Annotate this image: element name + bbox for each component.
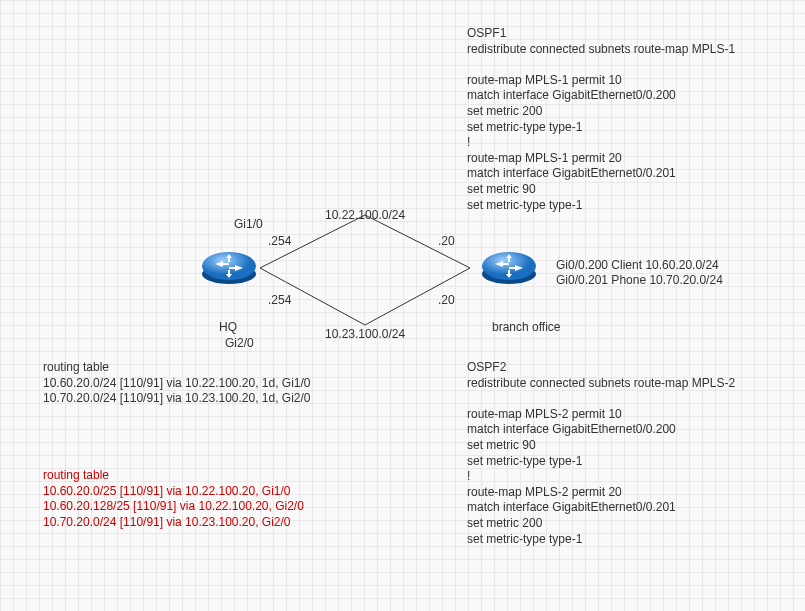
ospf1-line: set metric-type type-1 xyxy=(467,198,735,214)
ospf1-line: set metric-type type-1 xyxy=(467,120,735,136)
link-diamond-icon xyxy=(255,210,475,330)
hq-ip-top: .254 xyxy=(268,234,291,248)
ospf2-line: set metric 200 xyxy=(467,516,735,532)
routing-entry: 10.60.20.0/24 [110/91] via 10.22.100.20,… xyxy=(43,376,311,392)
ospf1-title: OSPF1 xyxy=(467,26,735,42)
subnet-bottom: 10.23.100.0/24 xyxy=(325,327,405,341)
ospf1-line: ! xyxy=(467,135,735,151)
ospf2-line: match interface GigabitEthernet0/0.201 xyxy=(467,500,735,516)
ospf1-line: match interface GigabitEthernet0/0.200 xyxy=(467,88,735,104)
routing-entry: 10.60.20.128/25 [110/91] via 10.22.100.2… xyxy=(43,499,304,515)
routing-title: routing table xyxy=(43,468,304,484)
ospf2-line: route-map MPLS-2 permit 20 xyxy=(467,485,735,501)
ospf1-line: set metric 200 xyxy=(467,104,735,120)
ospf2-line: route-map MPLS-2 permit 10 xyxy=(467,407,735,423)
ospf1-config-block: OSPF1 redistribute connected subnets rou… xyxy=(467,26,735,213)
ospf2-config-block: OSPF2 redistribute connected subnets rou… xyxy=(467,360,735,547)
hq-interface-bottom: Gi2/0 xyxy=(225,336,254,350)
ospf2-line: ! xyxy=(467,469,735,485)
subnet-top: 10.22.100.0/24 xyxy=(325,208,405,222)
routing-entry: 10.70.20.0/24 [110/91] via 10.23.100.20,… xyxy=(43,515,304,531)
ospf1-line: route-map MPLS-1 permit 20 xyxy=(467,151,735,167)
ospf1-line: route-map MPLS-1 permit 10 xyxy=(467,73,735,89)
branch-interface-1: Gi0/0.200 Client 10.60.20.0/24 xyxy=(556,258,719,272)
ospf2-line: set metric 90 xyxy=(467,438,735,454)
ospf1-line: redistribute connected subnets route-map… xyxy=(467,42,735,58)
ospf1-line: match interface GigabitEthernet0/0.201 xyxy=(467,166,735,182)
ospf2-line: match interface GigabitEthernet0/0.200 xyxy=(467,422,735,438)
branch-ip-top: .20 xyxy=(438,234,455,248)
ospf2-line: set metric-type type-1 xyxy=(467,454,735,470)
branch-interface-2: Gi0/0.201 Phone 10.70.20.0/24 xyxy=(556,273,723,287)
ospf2-line: redistribute connected subnets route-map… xyxy=(467,376,735,392)
ospf2-title: OSPF2 xyxy=(467,360,735,376)
hq-label: HQ xyxy=(219,320,237,334)
routing-entry: 10.60.20.0/25 [110/91] via 10.22.100.20,… xyxy=(43,484,304,500)
routing-title: routing table xyxy=(43,360,311,376)
svg-marker-0 xyxy=(260,215,470,325)
routing-entry: 10.70.20.0/24 [110/91] via 10.23.100.20,… xyxy=(43,391,311,407)
hq-interface-top: Gi1/0 xyxy=(234,217,263,231)
branch-label: branch office xyxy=(492,320,561,334)
hq-ip-bottom: .254 xyxy=(268,293,291,307)
branch-ip-bottom: .20 xyxy=(438,293,455,307)
routing-table-primary: routing table 10.60.20.0/24 [110/91] via… xyxy=(43,360,311,407)
ospf1-line: set metric 90 xyxy=(467,182,735,198)
router-branch-icon xyxy=(480,246,538,286)
ospf2-line: set metric-type type-1 xyxy=(467,532,735,548)
router-hq-icon xyxy=(200,246,258,286)
routing-table-secondary: routing table 10.60.20.0/25 [110/91] via… xyxy=(43,468,304,530)
